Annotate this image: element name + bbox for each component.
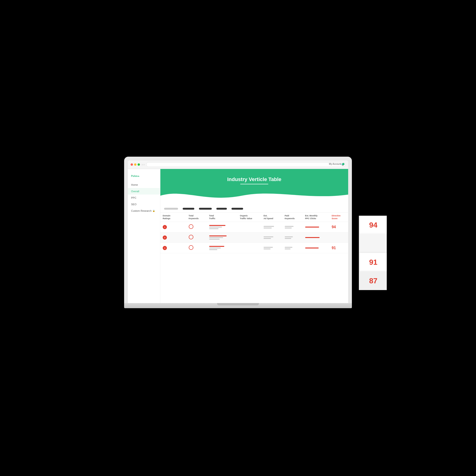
th-paid-keywords: PaidKeywords [282,213,303,222]
td-organic-1 [238,222,261,232]
traffic-light-green[interactable] [137,163,140,166]
domain-circle-3 [189,245,193,250]
td-ppc-clicks-2 [303,232,329,243]
bar-paid-2a [285,236,293,237]
score-cards: 94 91 87 [359,216,387,290]
bar-ppc-1 [305,227,319,228]
my-account[interactable]: My Account [329,163,344,165]
traffic-lights [131,163,140,166]
td-traffic-1 [207,222,238,232]
logo-text: Pulse [131,175,137,177]
td-keywords-2 [187,232,207,243]
bar-adgray-3a [264,247,273,248]
bar-paid-3b [285,248,290,249]
main-content: Industry Verticle Table [160,169,348,303]
bar-adgray-2a [264,236,273,237]
sidebar-item-custom-research[interactable]: Custom Research 🔒 [128,207,160,214]
bar-group-adspeed-1 [264,226,280,228]
sidebar-item-seo[interactable]: SEO [128,201,160,207]
td-organic-3 [238,243,261,253]
rank-badge-1: 1 [163,225,167,229]
table-header-row: DomainRatings TotalKeywords TotalTraffic… [160,213,348,222]
td-rank-2: 2 [160,232,187,243]
sidebar-item-overall-label: Overall [131,190,139,193]
laptop: ‹ › 🔍 My Account [124,157,352,319]
sidebar: Pulseₘ Home Overall PPC SEO [128,169,160,303]
rank-badge-3: 3 [163,246,167,250]
th-domain-ratings: DomainRatings [160,213,187,222]
data-table: DomainRatings TotalKeywords TotalTraffic… [160,213,348,253]
bar-paid-3a [285,247,292,248]
td-rank-3: 3 [160,243,187,253]
bar-red-3 [209,246,224,247]
bar-ppc-3 [305,248,319,248]
sidebar-item-overall[interactable]: Overall [128,188,160,195]
laptop-base-notch [217,303,259,306]
table-row: 1 [160,222,348,232]
filter-pill-1[interactable] [164,208,178,210]
bar-red-2 [209,236,227,236]
url-bar[interactable]: 🔍 [146,162,345,167]
filter-pill-5[interactable] [232,208,243,210]
th-est-ad-speed: Est.Ad Speed [261,213,282,222]
sidebar-item-seo-label: SEO [131,203,136,206]
logo-suffix: ₘ [137,174,139,178]
bar-paid-1b [285,228,292,228]
back-icon[interactable]: ‹ [142,163,143,166]
header-banner-title: Industry Verticle Table [160,169,348,183]
th-est-monthly-ppc-clicks: Est. MonthlyPPC Clicks [303,213,329,222]
bar-paid-2b [285,238,291,239]
td-keywords-3 [187,243,207,253]
score-card-4: 87 [359,272,387,290]
score-card-value-1: 94 [369,221,377,229]
bar-gray-1a [209,227,222,228]
td-paid-keywords-3 [282,243,303,253]
bar-gray-3b [209,249,217,250]
td-ad-speed-3 [261,243,282,253]
sidebar-item-home[interactable]: Home [128,182,160,188]
forward-icon[interactable]: › [144,163,145,166]
filter-pill-4[interactable] [216,208,227,210]
td-directive-score-2 [329,232,348,243]
laptop-base [124,303,352,308]
table-row: 3 [160,243,348,253]
logo: Pulseₘ [128,172,160,182]
score-card-3: 91 [359,253,387,272]
td-traffic-2 [207,232,238,243]
sidebar-item-home-label: Home [131,183,138,186]
filter-pill-3[interactable] [199,208,212,210]
score-value-1: 94 [332,225,336,229]
filter-pill-2[interactable] [183,208,194,210]
traffic-light-yellow[interactable] [134,163,136,166]
th-directive-score: DirectiveScore [329,213,348,222]
bar-red-1 [209,225,225,226]
bar-group-traffic-1 [209,225,236,229]
td-traffic-3 [207,243,238,253]
bar-adgray-1a [264,226,274,227]
score-value-3: 91 [332,246,336,250]
table-row: 2 [160,232,348,243]
sidebar-item-custom-research-label: Custom Research [131,209,152,212]
td-ad-speed-2 [261,232,282,243]
bar-gray-2a [209,237,223,238]
th-total-keywords: TotalKeywords [187,213,207,222]
td-directive-score-3: 91 [329,243,348,253]
browser-arrows[interactable]: ‹ › [142,163,144,166]
td-ppc-clicks-1 [303,222,329,232]
bar-paid-1a [285,226,293,227]
bar-group-paid-2 [285,236,301,239]
app-layout: Pulseₘ Home Overall PPC SEO [128,169,348,303]
bar-gray-1b [209,228,219,229]
browser-chrome: ‹ › 🔍 My Account [128,160,348,169]
filter-bar [160,205,348,213]
laptop-screen-outer: ‹ › 🔍 My Account [124,157,352,303]
rank-badge-2: 2 [163,236,167,240]
bar-group-paid-3 [285,247,301,249]
bar-adgray-2b [264,238,271,239]
my-account-label: My Account [329,163,341,165]
bar-ppc-2 [305,237,320,238]
sidebar-item-ppc[interactable]: PPC [128,195,160,201]
bar-group-traffic-3 [209,246,236,250]
bar-gray-2b [209,239,220,240]
traffic-light-red[interactable] [131,163,133,166]
